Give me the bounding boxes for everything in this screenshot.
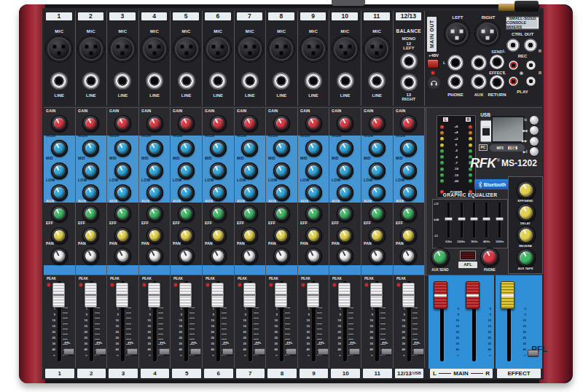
channel-knob-mid[interactable]: [146, 162, 163, 179]
channel-knob-aux[interactable]: [114, 205, 131, 222]
delay-knob[interactable]: [517, 203, 536, 222]
channel-knob-mid[interactable]: [369, 162, 386, 179]
channel-knob-aux[interactable]: [305, 205, 322, 222]
channel-knob-high[interactable]: [273, 140, 290, 157]
eq-slider-cap[interactable]: [458, 217, 466, 221]
channel-knob-pan[interactable]: [400, 248, 417, 264]
channel-fader-cap[interactable]: [402, 283, 415, 307]
channel-knob-aux[interactable]: [210, 205, 227, 222]
channel-knob-low[interactable]: [337, 184, 353, 201]
channel-knob-aux[interactable]: [51, 205, 68, 222]
eq-slider-cap[interactable]: [482, 217, 490, 221]
channel-knob-gain[interactable]: [273, 115, 290, 132]
channel-knob-high[interactable]: [146, 140, 163, 157]
channel-knob-gain[interactable]: [369, 115, 386, 132]
channel-knob-pan[interactable]: [210, 248, 227, 264]
channel-fader-cap[interactable]: [307, 283, 319, 307]
eq-slider-cap[interactable]: [470, 217, 478, 221]
repeat-button[interactable]: [530, 116, 539, 125]
eq-slider-cap[interactable]: [445, 217, 453, 221]
phone-level-knob[interactable]: [480, 248, 499, 267]
pfl-button[interactable]: [190, 348, 201, 355]
pfl-button[interactable]: [381, 348, 392, 355]
channel-knob-pan[interactable]: [178, 248, 195, 264]
channel-knob-pan[interactable]: [82, 248, 99, 264]
channel-fader-cap[interactable]: [116, 283, 128, 307]
channel-knob-pan[interactable]: [337, 248, 353, 264]
pfl-button[interactable]: [222, 348, 233, 355]
channel-knob-aux[interactable]: [178, 205, 195, 222]
channel-knob-aux[interactable]: [146, 205, 163, 222]
channel-fader-cap[interactable]: [52, 283, 65, 307]
channel-knob-mid[interactable]: [210, 162, 227, 179]
channel-knob-low[interactable]: [51, 184, 68, 201]
aux-tape-knob[interactable]: [517, 248, 536, 267]
channel-knob-low[interactable]: [305, 184, 322, 201]
channel-knob-pan[interactable]: [241, 248, 258, 264]
channel-knob-aux[interactable]: [400, 205, 417, 222]
pfl-button[interactable]: [63, 348, 74, 355]
channel-fader-cap[interactable]: [338, 283, 351, 307]
channel-knob-pan[interactable]: [146, 248, 163, 264]
effect-fader-cap[interactable]: [501, 281, 514, 309]
channel-knob-mid[interactable]: [337, 162, 353, 179]
pfl-button[interactable]: [127, 348, 138, 355]
channel-knob-gain[interactable]: [114, 115, 131, 132]
main-left-fader-cap[interactable]: [434, 281, 447, 309]
pfl-button[interactable]: [286, 348, 297, 355]
channel-knob-low[interactable]: [146, 184, 163, 201]
channel-fader-cap[interactable]: [211, 283, 224, 307]
channel-fader-cap[interactable]: [148, 283, 160, 307]
pfl-button[interactable]: [413, 348, 424, 355]
channel-knob-low[interactable]: [369, 184, 386, 201]
next-button[interactable]: [530, 137, 539, 146]
channel-fader-cap[interactable]: [370, 283, 383, 307]
channel-knob-gain[interactable]: [337, 115, 353, 132]
channel-knob-high[interactable]: [369, 140, 386, 157]
pfl-button[interactable]: [159, 348, 170, 355]
channel-knob-gain[interactable]: [146, 115, 163, 132]
pfl-button[interactable]: [95, 348, 106, 355]
channel-knob-pan[interactable]: [51, 248, 68, 264]
channel-knob-pan[interactable]: [305, 248, 322, 264]
channel-knob-mid[interactable]: [114, 162, 131, 179]
channel-knob-pan[interactable]: [114, 248, 131, 264]
channel-knob-mid[interactable]: [305, 162, 322, 179]
channel-knob-high[interactable]: [210, 140, 227, 157]
channel-knob-gain[interactable]: [178, 115, 195, 132]
channel-knob-pan[interactable]: [369, 248, 386, 264]
pfl-button[interactable]: [349, 348, 360, 355]
channel-knob-aux[interactable]: [337, 205, 353, 222]
channel-fader-cap[interactable]: [275, 283, 287, 307]
channel-fader-cap[interactable]: [85, 283, 97, 307]
channel-knob-low[interactable]: [114, 184, 131, 201]
channel-knob-aux[interactable]: [82, 205, 99, 222]
phantom-power-switch[interactable]: [427, 59, 439, 68]
effect-pfl-button[interactable]: [528, 350, 539, 356]
channel-knob-pan[interactable]: [273, 248, 290, 264]
channel-knob-low[interactable]: [210, 184, 227, 201]
channel-knob-aux[interactable]: [369, 205, 386, 222]
channel-knob-high[interactable]: [114, 140, 131, 157]
channel-knob-high[interactable]: [337, 140, 353, 157]
main-right-fader-cap[interactable]: [466, 281, 480, 309]
channel-fader-cap[interactable]: [243, 283, 256, 307]
reverb-knob[interactable]: [517, 226, 536, 245]
pfl-button[interactable]: [254, 348, 265, 355]
channel-knob-mid[interactable]: [51, 162, 68, 179]
channel-knob-gain[interactable]: [82, 115, 99, 132]
channel-knob-aux[interactable]: [273, 205, 290, 222]
channel-knob-mid[interactable]: [273, 162, 290, 179]
channel-fader-cap[interactable]: [179, 283, 192, 307]
channel-knob-aux[interactable]: [241, 205, 258, 222]
channel-knob-gain[interactable]: [305, 115, 322, 132]
channel-knob-low[interactable]: [273, 184, 290, 201]
channel-knob-gain[interactable]: [400, 115, 417, 132]
eff-send-knob[interactable]: [517, 181, 536, 200]
aux-send-knob[interactable]: [431, 248, 450, 267]
channel-knob-gain[interactable]: [241, 115, 258, 132]
channel-knob-high[interactable]: [305, 140, 322, 157]
pfl-button[interactable]: [318, 348, 329, 355]
channel-knob-high[interactable]: [51, 140, 68, 157]
channel-knob-gain[interactable]: [51, 115, 68, 132]
